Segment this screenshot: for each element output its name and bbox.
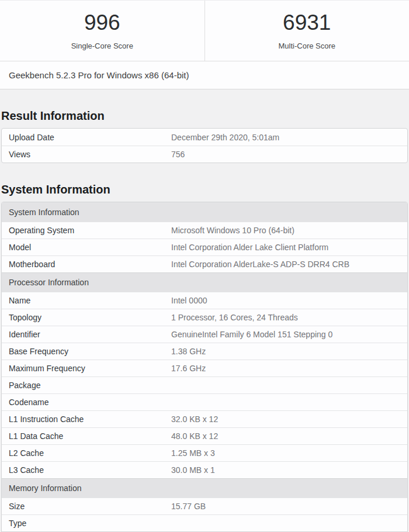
table-row: MotherboardIntel Corporation AlderLake-S…	[2, 255, 407, 272]
table-row: NameIntel 0000	[2, 292, 407, 309]
table-row: Codename	[2, 393, 407, 410]
single-core-score-cell: 996 Single-Core Score	[0, 1, 205, 61]
single-core-score-value: 996	[84, 12, 120, 33]
row-label: Type	[2, 519, 171, 528]
row-value: Intel Corporation Alder Lake Client Plat…	[171, 243, 407, 252]
row-value: 32.0 KB x 12	[171, 414, 407, 424]
table-row: L2 Cache1.25 MB x 3	[2, 444, 407, 461]
row-label: Operating System	[2, 226, 171, 235]
row-label: Upload Date	[2, 133, 171, 142]
table-row: Type	[2, 514, 407, 531]
table-section-header: Memory Information	[2, 478, 407, 498]
row-value: GenuineIntel Family 6 Model 151 Stepping…	[171, 330, 407, 339]
row-value: 15.77 GB	[171, 502, 407, 511]
row-label: L2 Cache	[2, 448, 171, 458]
table-row: Views756	[2, 146, 407, 163]
row-label: L1 Instruction Cache	[2, 414, 171, 424]
table-row: Maximum Frequency17.6 GHz	[2, 360, 407, 376]
page-content: Result Information Upload DateDecember 2…	[1, 109, 408, 532]
row-label: Base Frequency	[2, 347, 171, 356]
row-value: 1.25 MB x 3	[171, 448, 407, 458]
system-information-table: System InformationOperating SystemMicros…	[1, 202, 408, 532]
row-value: 48.0 KB x 12	[171, 431, 407, 441]
table-row: L1 Instruction Cache32.0 KB x 12	[2, 410, 407, 427]
table-row: Base Frequency1.38 GHz	[2, 343, 407, 360]
multi-core-score-value: 6931	[283, 12, 331, 33]
row-label: Topology	[2, 313, 171, 322]
row-value: 756	[171, 150, 407, 159]
row-value: Intel 0000	[171, 296, 407, 305]
row-label: Views	[2, 150, 171, 159]
version-banner: Geekbench 5.2.3 Pro for Windows x86 (64-…	[0, 61, 409, 89]
row-value: December 29th 2020, 5:01am	[171, 133, 407, 142]
row-label: Name	[2, 296, 171, 305]
table-row: Operating SystemMicrosoft Windows 10 Pro…	[2, 222, 407, 239]
row-label: Maximum Frequency	[2, 364, 171, 373]
multi-core-score-label: Multi-Core Score	[278, 42, 335, 50]
multi-core-score-cell: 6931 Multi-Core Score	[205, 1, 409, 61]
result-information-heading: Result Information	[1, 109, 408, 122]
table-row: Topology1 Processor, 16 Cores, 24 Thread…	[2, 309, 407, 326]
table-row: Size15.77 GB	[2, 498, 407, 514]
row-label: Identifier	[2, 330, 171, 339]
row-label: Size	[2, 502, 171, 511]
row-value: 1.38 GHz	[171, 347, 407, 356]
table-row: L3 Cache30.0 MB x 1	[2, 461, 407, 478]
row-label: Motherboard	[2, 260, 171, 269]
table-section-header: Processor Information	[2, 272, 407, 292]
row-value: 17.6 GHz	[171, 364, 407, 373]
row-label: L1 Data Cache	[2, 431, 171, 441]
table-row: L1 Data Cache48.0 KB x 12	[2, 427, 407, 444]
table-row: IdentifierGenuineIntel Family 6 Model 15…	[2, 326, 407, 343]
row-label: Codename	[2, 398, 171, 407]
row-value: Microsoft Windows 10 Pro (64-bit)	[171, 226, 407, 235]
table-section-header: System Information	[2, 202, 407, 222]
result-information-table: Upload DateDecember 29th 2020, 5:01amVie…	[1, 128, 408, 163]
row-label: L3 Cache	[2, 465, 171, 475]
row-value: 30.0 MB x 1	[171, 465, 407, 475]
score-panel: 996 Single-Core Score 6931 Multi-Core Sc…	[0, 0, 409, 61]
row-label: Package	[2, 381, 171, 390]
row-value: Intel Corporation AlderLake-S ADP-S DRR4…	[171, 260, 407, 269]
table-row: Package	[2, 376, 407, 393]
row-label: Model	[2, 243, 171, 252]
system-information-heading: System Information	[1, 183, 408, 196]
table-row: ModelIntel Corporation Alder Lake Client…	[2, 239, 407, 255]
single-core-score-label: Single-Core Score	[71, 42, 133, 50]
row-value: 1 Processor, 16 Cores, 24 Threads	[171, 313, 407, 322]
table-row: Upload DateDecember 29th 2020, 5:01am	[2, 129, 407, 146]
